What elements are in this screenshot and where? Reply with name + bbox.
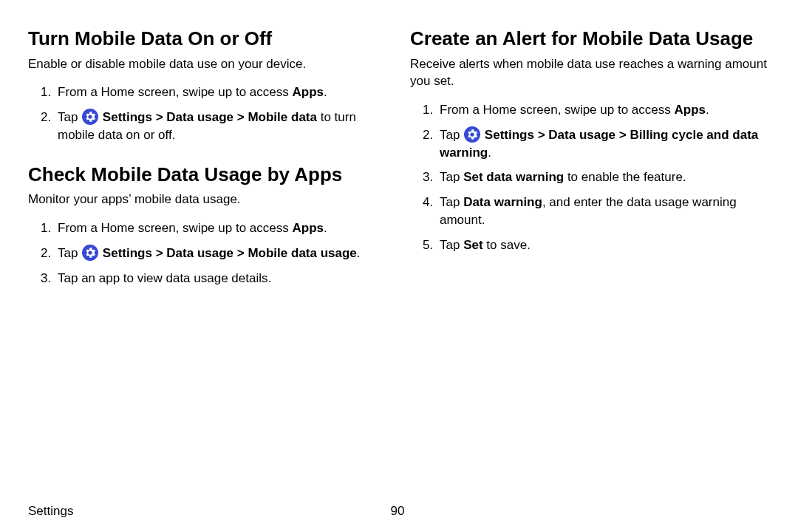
heading-turn-data: Turn Mobile Data On or Off [28, 27, 388, 51]
step: From a Home screen, swipe up to access A… [55, 216, 388, 241]
step: Tap Settings > Data usage > Mobile data … [55, 241, 388, 266]
step: Tap Settings > Data usage > Billing cycl… [437, 123, 770, 166]
text: Tap [440, 238, 463, 252]
left-column: Turn Mobile Data On or Off Enable or dis… [28, 22, 388, 532]
text: Tap [440, 195, 463, 209]
step: From a Home screen, swipe up to access A… [55, 80, 388, 105]
intro-turn-data: Enable or disable mobile data use on you… [28, 55, 388, 73]
steps-check-usage: From a Home screen, swipe up to access A… [28, 216, 388, 290]
heading-check-usage: Check Mobile Data Usage by Apps [28, 163, 388, 187]
chevron-icon: > [237, 110, 245, 124]
bold-apps: Apps [292, 85, 324, 99]
settings-icon [464, 126, 480, 143]
bold-mobiledata: Mobile data [245, 110, 317, 124]
text: . [488, 146, 491, 160]
text: Tap [58, 246, 81, 260]
step: From a Home screen, swipe up to access A… [437, 98, 770, 123]
bold-apps: Apps [292, 221, 324, 235]
text: From a Home screen, swipe up to access [58, 221, 292, 235]
chevron-icon: > [156, 110, 163, 124]
bold-datausage: Data usage [545, 128, 615, 142]
step: Tap Data warning, and enter the data usa… [437, 190, 770, 233]
bold-set: Set [463, 238, 482, 252]
chevron-icon: > [538, 128, 545, 142]
text: . [357, 246, 361, 260]
step: Tap an app to view data usage details. [55, 266, 388, 291]
text: Tap [58, 110, 81, 124]
bold-settings: Settings [99, 246, 152, 260]
chevron-icon: > [237, 246, 245, 260]
step: Tap Settings > Data usage > Mobile data … [55, 105, 388, 148]
settings-icon [82, 109, 98, 125]
bold-settings: Settings [481, 128, 534, 142]
bold-apps: Apps [674, 103, 706, 117]
steps-turn-data: From a Home screen, swipe up to access A… [28, 80, 388, 147]
manual-page: Turn Mobile Data On or Off Enable or dis… [0, 0, 798, 532]
intro-check-usage: Monitor your apps’ mobile data usage. [28, 191, 388, 208]
bold-datawarn: Data warning [463, 195, 542, 209]
page-number: 90 [28, 504, 767, 519]
text: . [324, 85, 327, 99]
text: to save. [483, 238, 531, 252]
heading-create-alert: Create an Alert for Mobile Data Usage [410, 27, 770, 51]
settings-icon [82, 245, 98, 261]
text: From a Home screen, swipe up to access [58, 85, 292, 99]
bold-mobileusage: Mobile data usage [245, 246, 357, 260]
chevron-icon: > [619, 128, 627, 142]
text: Tap [440, 170, 463, 184]
text: to enable the feature. [564, 170, 686, 184]
bold-datausage: Data usage [163, 110, 233, 124]
bold-datausage: Data usage [163, 246, 233, 260]
text: . [706, 103, 709, 117]
chevron-icon: > [156, 246, 163, 260]
right-column: Create an Alert for Mobile Data Usage Re… [410, 22, 770, 532]
intro-create-alert: Receive alerts when mobile data use reac… [410, 55, 770, 91]
bold-setdatawarn: Set data warning [463, 170, 564, 184]
step: Tap Set to save. [437, 233, 770, 258]
page-footer: Settings 90 [28, 504, 767, 519]
text: . [324, 221, 327, 235]
text: From a Home screen, swipe up to access [440, 103, 674, 117]
steps-create-alert: From a Home screen, swipe up to access A… [410, 98, 770, 258]
step: Tap Set data warning to enable the featu… [437, 165, 770, 190]
bold-settings: Settings [99, 110, 152, 124]
text: Tap [440, 128, 463, 142]
